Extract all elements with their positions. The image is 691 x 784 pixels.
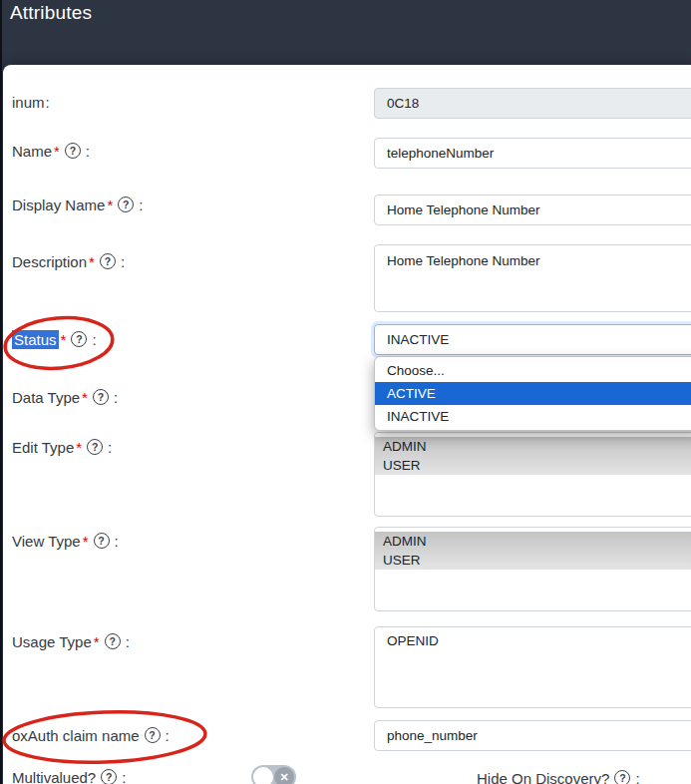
required-marker: * <box>54 143 60 160</box>
multivalued-label: Multivalued? ? : <box>12 767 126 784</box>
hide-on-discovery-label-text: Hide On Discovery? <box>477 770 609 784</box>
name-input[interactable] <box>374 138 691 169</box>
required-marker: * <box>82 389 88 406</box>
colon: : <box>121 253 125 270</box>
help-icon[interactable]: ? <box>105 633 121 649</box>
multivalued-toggle-off[interactable]: ✕ <box>251 765 296 784</box>
colon: : <box>166 727 170 744</box>
display-name-label: Display Name* ? : <box>12 195 143 214</box>
usage-type-listbox[interactable]: OPENID <box>374 626 691 708</box>
edit-type-option-admin[interactable]: ADMIN <box>375 437 691 456</box>
status-label-text-selected: Status <box>12 330 59 349</box>
status-dropdown-menu: Choose... ACTIVE INACTIVE <box>374 356 691 431</box>
window-left-edge <box>0 0 2 784</box>
colon: : <box>108 439 112 456</box>
oxauth-claim-name-label-text: oxAuth claim name <box>12 727 140 744</box>
edit-type-label: Edit Type* ? : <box>12 437 112 457</box>
status-option-choose[interactable]: Choose... <box>375 359 691 382</box>
multivalued-label-text: Multivalued? <box>12 769 96 784</box>
required-marker: * <box>107 196 113 213</box>
help-icon[interactable]: ? <box>145 727 161 743</box>
help-icon[interactable]: ? <box>101 769 117 784</box>
help-icon[interactable]: ? <box>614 770 630 784</box>
colon: : <box>122 769 126 784</box>
inum-label-text: inum <box>12 94 45 111</box>
required-marker: * <box>94 633 100 650</box>
oxauth-claim-name-label: oxAuth claim name ? : <box>12 725 170 745</box>
toggle-off-x-icon: ✕ <box>274 767 294 784</box>
description-textarea[interactable]: Home Telephone Number <box>374 244 691 312</box>
view-type-label: View Type* ? : <box>12 531 119 551</box>
required-marker: * <box>89 253 95 270</box>
status-label: Status* ? : <box>12 329 97 349</box>
hide-on-discovery-label: Hide On Discovery? ? : <box>477 768 640 784</box>
help-icon[interactable]: ? <box>87 439 103 455</box>
data-type-label-text: Data Type <box>12 389 80 406</box>
help-icon[interactable]: ? <box>118 196 134 212</box>
page-title: Attributes <box>10 2 92 24</box>
edit-type-listbox[interactable]: ADMIN USER <box>374 432 691 517</box>
name-label: Name* ? : <box>12 141 90 161</box>
colon: : <box>86 143 90 160</box>
colon: : <box>139 196 143 213</box>
inum-input[interactable] <box>374 88 691 119</box>
status-select-value: INACTIVE <box>387 332 449 347</box>
edit-type-label-text: Edit Type <box>12 439 74 456</box>
required-marker: * <box>83 533 89 550</box>
colon: : <box>92 331 96 348</box>
usage-type-label-text: Usage Type <box>12 633 92 650</box>
usage-type-option-openid[interactable]: OPENID <box>375 627 691 649</box>
oxauth-claim-name-input[interactable] <box>374 720 691 751</box>
view-type-option-admin[interactable]: ADMIN <box>375 532 691 551</box>
usage-type-label: Usage Type* ? : <box>12 631 130 651</box>
required-marker: * <box>61 331 67 348</box>
colon: : <box>126 633 130 650</box>
help-icon[interactable]: ? <box>71 331 87 347</box>
help-icon[interactable]: ? <box>65 143 81 159</box>
display-name-label-text: Display Name <box>12 196 105 213</box>
colon: : <box>115 533 119 550</box>
view-type-selected-group: ADMIN USER <box>375 532 691 570</box>
colon: : <box>114 389 118 406</box>
help-icon[interactable]: ? <box>93 389 109 405</box>
view-type-label-text: View Type <box>12 533 81 550</box>
inum-label: inum: <box>12 92 50 112</box>
colon: : <box>635 770 639 784</box>
help-icon[interactable]: ? <box>100 253 116 269</box>
edit-type-selected-group: ADMIN USER <box>375 437 691 475</box>
name-label-text: Name <box>12 143 52 160</box>
display-name-input[interactable] <box>374 195 691 225</box>
status-option-inactive[interactable]: INACTIVE <box>375 405 691 428</box>
data-type-label: Data Type* ? : <box>12 387 118 407</box>
help-icon[interactable]: ? <box>94 533 110 549</box>
status-select[interactable]: INACTIVE <box>374 324 691 355</box>
description-label-text: Description <box>12 253 87 270</box>
colon: : <box>46 94 50 111</box>
attributes-page: Attributes inum: Name* ? : Display Name*… <box>0 0 691 784</box>
view-type-option-user[interactable]: USER <box>375 551 691 570</box>
description-label: Description* ? : <box>12 251 125 271</box>
status-option-active[interactable]: ACTIVE <box>375 382 691 405</box>
view-type-listbox[interactable]: ADMIN USER <box>374 527 691 611</box>
toggle-knob <box>253 767 273 784</box>
required-marker: * <box>76 439 82 456</box>
edit-type-option-user[interactable]: USER <box>375 456 691 475</box>
